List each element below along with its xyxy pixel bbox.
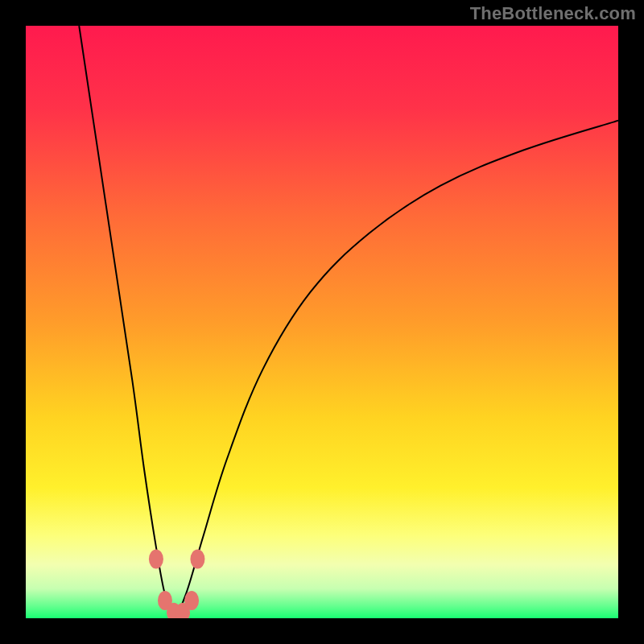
gradient-background bbox=[26, 26, 618, 618]
curve-marker bbox=[184, 591, 199, 610]
plot-svg bbox=[26, 26, 618, 618]
watermark-text: TheBottleneck.com bbox=[470, 3, 636, 24]
curve-marker bbox=[149, 549, 163, 568]
curve-marker bbox=[190, 549, 204, 568]
chart-frame: TheBottleneck.com bbox=[0, 0, 644, 644]
plot-area bbox=[26, 26, 618, 618]
